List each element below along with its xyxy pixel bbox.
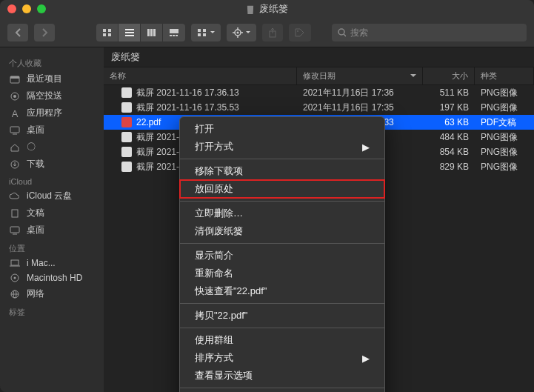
sidebar-item[interactable]: 最近项目 bbox=[0, 70, 104, 87]
cell-size: 854 KB bbox=[423, 147, 475, 157]
chevron-down-icon bbox=[410, 74, 416, 78]
arrange-button[interactable] bbox=[191, 24, 221, 41]
toolbar bbox=[0, 18, 534, 47]
sidebar-section-header: iCloud bbox=[0, 173, 104, 187]
file-icon bbox=[121, 87, 132, 98]
sidebar-item[interactable]: 网络 bbox=[0, 285, 104, 302]
context-menu-item[interactable]: 打开 bbox=[180, 120, 384, 138]
context-menu-item[interactable]: 拷贝"22.pdf" bbox=[180, 307, 384, 325]
context-menu-label: 立即删除… bbox=[195, 207, 243, 220]
sidebar-item[interactable]: 下载 bbox=[0, 156, 104, 173]
context-menu-item[interactable]: 移除下载项 bbox=[180, 162, 384, 180]
share-button[interactable] bbox=[262, 24, 283, 41]
svg-rect-15 bbox=[203, 29, 206, 32]
context-menu-label: 显示简介 bbox=[195, 249, 233, 262]
action-button[interactable] bbox=[227, 24, 256, 41]
context-menu-item[interactable]: 打开方式▶ bbox=[180, 138, 384, 156]
svg-rect-9 bbox=[153, 29, 156, 36]
search-box[interactable] bbox=[332, 24, 527, 41]
back-button[interactable] bbox=[7, 24, 28, 41]
sidebar-item-label: 网络 bbox=[27, 288, 44, 300]
svg-rect-29 bbox=[10, 76, 19, 79]
svg-point-31 bbox=[13, 95, 16, 98]
apps-icon: A bbox=[9, 108, 21, 119]
trash-icon bbox=[246, 4, 255, 14]
context-menu-label: 拷贝"22.pdf" bbox=[195, 309, 247, 322]
svg-point-26 bbox=[338, 29, 344, 35]
context-menu-separator bbox=[180, 328, 384, 328]
file-name: 截屏 2021- bbox=[136, 131, 179, 144]
downloads-icon bbox=[9, 159, 21, 170]
file-name: 截屏 2021- bbox=[136, 146, 179, 159]
context-menu-label: 查看显示选项 bbox=[195, 369, 253, 382]
search-input[interactable] bbox=[350, 27, 521, 38]
window-title-text: 废纸篓 bbox=[259, 2, 288, 16]
context-menu-item[interactable]: 重新命名 bbox=[180, 265, 384, 282]
context-menu-label: 快速查看"22.pdf" bbox=[195, 285, 267, 298]
sidebar-item-label: 下载 bbox=[27, 158, 44, 170]
sidebar-item[interactable]: 文稿 bbox=[0, 205, 104, 222]
sidebar-section-header: 位置 bbox=[0, 239, 104, 256]
col-date[interactable]: 修改日期 bbox=[297, 67, 423, 84]
svg-rect-39 bbox=[11, 260, 19, 265]
col-kind[interactable]: 种类 bbox=[475, 67, 534, 84]
sidebar-item[interactable]: iCloud 云盘 bbox=[0, 187, 104, 205]
context-menu-item[interactable]: 清倒废纸篓 bbox=[180, 222, 384, 240]
context-menu-label: 清倒废纸篓 bbox=[195, 225, 243, 238]
zoom-window-button[interactable] bbox=[37, 4, 46, 13]
context-menu-item[interactable]: 放回原处 bbox=[180, 180, 384, 198]
gallery-view-button[interactable] bbox=[163, 24, 185, 41]
svg-rect-6 bbox=[125, 35, 134, 36]
cell-kind: PNG图像 bbox=[475, 161, 534, 173]
column-view-button[interactable] bbox=[141, 24, 163, 41]
svg-rect-2 bbox=[103, 33, 106, 36]
tags-button[interactable] bbox=[289, 24, 311, 41]
sidebar-item[interactable]: 桌面 bbox=[0, 122, 104, 139]
icloud-icon bbox=[9, 191, 21, 202]
table-row[interactable]: 截屏 2021-11-16 17.36.132021年11月16日 17:365… bbox=[104, 85, 534, 100]
chevron-right-icon: ▶ bbox=[362, 142, 370, 153]
search-icon bbox=[338, 28, 346, 37]
svg-rect-10 bbox=[170, 29, 178, 33]
col-name[interactable]: 名称 bbox=[104, 67, 297, 84]
sidebar-item[interactable]: 隔空投送 bbox=[0, 87, 104, 104]
table-row[interactable]: 截屏 2021-11-16 17.35.532021年11月16日 17:351… bbox=[104, 100, 534, 115]
window-controls bbox=[7, 4, 46, 13]
svg-rect-17 bbox=[203, 33, 206, 36]
sidebar-item-label: 文稿 bbox=[27, 207, 44, 219]
svg-rect-3 bbox=[108, 33, 111, 36]
cell-size: 484 KB bbox=[423, 132, 475, 142]
context-menu-label: 使用群组 bbox=[195, 333, 233, 347]
context-menu-item[interactable]: 查看显示选项 bbox=[180, 367, 384, 385]
close-window-button[interactable] bbox=[7, 4, 16, 13]
context-menu-label: 打开方式 bbox=[195, 140, 233, 153]
context-menu-separator bbox=[180, 159, 384, 159]
minimize-window-button[interactable] bbox=[22, 4, 31, 13]
sidebar-item-label: 桌面 bbox=[27, 124, 44, 136]
sidebar-item[interactable]: 桌面 bbox=[0, 222, 104, 239]
chevron-right-icon: ▶ bbox=[362, 353, 370, 364]
desktop-icon bbox=[9, 225, 21, 236]
svg-point-19 bbox=[237, 31, 239, 33]
forward-button[interactable] bbox=[34, 24, 55, 41]
context-menu-item[interactable]: 排序方式▶ bbox=[180, 349, 384, 367]
sidebar-item[interactable]: 〇 bbox=[0, 139, 104, 156]
desktop-icon bbox=[9, 125, 21, 136]
sidebar-item[interactable]: i Mac... bbox=[0, 256, 104, 270]
sidebar-item-label: iCloud 云盘 bbox=[27, 190, 72, 202]
svg-point-42 bbox=[14, 277, 16, 279]
context-menu-item[interactable]: 显示简介 bbox=[180, 247, 384, 265]
home-icon bbox=[9, 142, 21, 153]
sidebar-item[interactable]: A应用程序 bbox=[0, 104, 104, 122]
context-menu-item[interactable]: 快速查看"22.pdf" bbox=[180, 282, 384, 300]
svg-rect-16 bbox=[198, 33, 201, 36]
icon-view-button[interactable] bbox=[96, 24, 119, 41]
sidebar-item[interactable]: Macintosh HD bbox=[0, 270, 104, 285]
col-size[interactable]: 大小 bbox=[423, 67, 475, 84]
view-mode-segment bbox=[96, 24, 185, 41]
context-menu-item[interactable]: 使用群组 bbox=[180, 331, 384, 349]
context-menu-item[interactable]: 立即删除… bbox=[180, 205, 384, 222]
context-menu-separator bbox=[180, 243, 384, 244]
list-view-button[interactable] bbox=[119, 24, 141, 41]
context-menu-separator bbox=[180, 388, 384, 388]
